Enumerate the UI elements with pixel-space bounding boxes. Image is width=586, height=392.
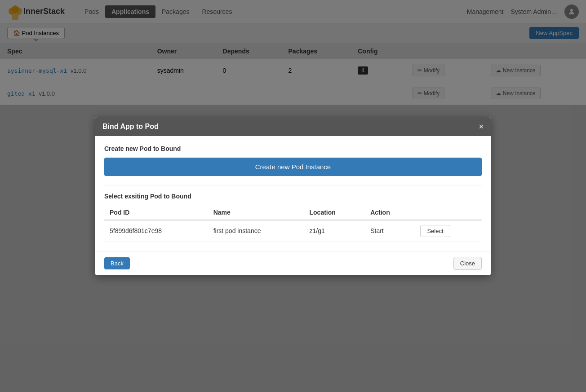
modal-overlay: Bind App to Pod × Create new Pod to Boun… (0, 0, 586, 105)
